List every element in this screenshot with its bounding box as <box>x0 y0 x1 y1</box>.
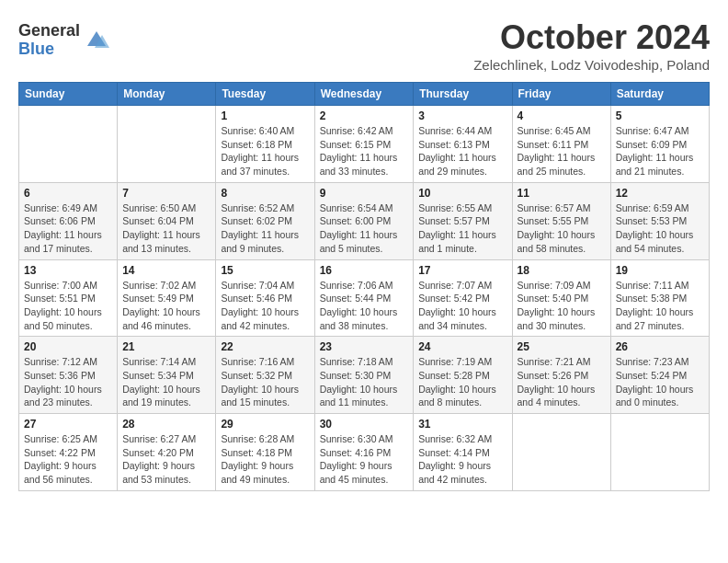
calendar-cell: 25Sunrise: 7:21 AM Sunset: 5:26 PM Dayli… <box>512 337 610 414</box>
location: Zelechlinek, Lodz Voivodeship, Poland <box>473 57 710 73</box>
day-info: Sunrise: 7:14 AM Sunset: 5:34 PM Dayligh… <box>122 355 210 409</box>
weekday-header: Tuesday <box>216 83 314 106</box>
day-info: Sunrise: 6:28 AM Sunset: 4:18 PM Dayligh… <box>221 432 309 487</box>
calendar-cell: 4Sunrise: 6:45 AM Sunset: 6:11 PM Daylig… <box>512 106 610 183</box>
calendar-cell: 5Sunrise: 6:47 AM Sunset: 6:09 PM Daylig… <box>610 106 709 183</box>
day-number: 2 <box>320 109 409 122</box>
day-info: Sunrise: 6:32 AM Sunset: 4:14 PM Dayligh… <box>418 432 506 487</box>
day-number: 7 <box>122 187 210 200</box>
calendar-cell: 17Sunrise: 7:07 AM Sunset: 5:42 PM Dayli… <box>414 259 512 337</box>
calendar-cell: 7Sunrise: 6:50 AM Sunset: 6:04 PM Daylig… <box>118 182 216 259</box>
day-number: 3 <box>418 109 506 122</box>
day-number: 19 <box>616 264 704 277</box>
day-number: 22 <box>221 340 309 353</box>
calendar-cell: 12Sunrise: 6:59 AM Sunset: 5:53 PM Dayli… <box>610 182 709 259</box>
weekday-header: Thursday <box>414 83 512 106</box>
calendar-week-row: 27Sunrise: 6:25 AM Sunset: 4:22 PM Dayli… <box>19 414 710 491</box>
day-info: Sunrise: 7:09 AM Sunset: 5:40 PM Dayligh… <box>518 279 606 333</box>
calendar-cell <box>512 414 610 491</box>
calendar-cell: 23Sunrise: 7:18 AM Sunset: 5:30 PM Dayli… <box>314 337 414 414</box>
calendar-cell: 1Sunrise: 6:40 AM Sunset: 6:18 PM Daylig… <box>216 106 314 183</box>
day-number: 21 <box>122 340 210 353</box>
day-info: Sunrise: 7:07 AM Sunset: 5:42 PM Dayligh… <box>418 279 506 333</box>
day-info: Sunrise: 7:23 AM Sunset: 5:24 PM Dayligh… <box>616 355 704 409</box>
day-number: 25 <box>518 340 606 353</box>
day-info: Sunrise: 6:55 AM Sunset: 5:57 PM Dayligh… <box>418 201 506 256</box>
day-info: Sunrise: 6:59 AM Sunset: 5:53 PM Dayligh… <box>616 201 704 256</box>
calendar-week-row: 20Sunrise: 7:12 AM Sunset: 5:36 PM Dayli… <box>19 337 710 414</box>
day-number: 14 <box>122 264 210 277</box>
calendar-cell: 6Sunrise: 6:49 AM Sunset: 6:06 PM Daylig… <box>19 182 118 259</box>
day-info: Sunrise: 6:47 AM Sunset: 6:09 PM Dayligh… <box>616 124 704 178</box>
page-header: General Blue October 2024 Zelechlinek, L… <box>18 18 710 73</box>
day-info: Sunrise: 6:54 AM Sunset: 6:00 PM Dayligh… <box>320 201 409 256</box>
day-number: 8 <box>221 187 309 200</box>
weekday-header: Sunday <box>19 83 118 106</box>
calendar-cell: 21Sunrise: 7:14 AM Sunset: 5:34 PM Dayli… <box>118 337 216 414</box>
weekday-header: Friday <box>512 83 610 106</box>
day-number: 30 <box>320 418 409 431</box>
calendar-cell <box>19 106 118 183</box>
weekday-header: Monday <box>118 83 216 106</box>
day-info: Sunrise: 6:42 AM Sunset: 6:15 PM Dayligh… <box>320 124 409 178</box>
day-info: Sunrise: 6:27 AM Sunset: 4:20 PM Dayligh… <box>122 432 210 487</box>
calendar-cell: 18Sunrise: 7:09 AM Sunset: 5:40 PM Dayli… <box>512 259 610 337</box>
calendar-cell <box>610 414 709 491</box>
day-info: Sunrise: 7:02 AM Sunset: 5:49 PM Dayligh… <box>122 279 210 333</box>
day-info: Sunrise: 6:30 AM Sunset: 4:16 PM Dayligh… <box>320 432 409 487</box>
day-number: 28 <box>122 418 210 431</box>
weekday-header: Wednesday <box>314 83 414 106</box>
calendar-cell: 30Sunrise: 6:30 AM Sunset: 4:16 PM Dayli… <box>314 414 414 491</box>
logo: General Blue <box>18 22 109 59</box>
weekday-header-row: SundayMondayTuesdayWednesdayThursdayFrid… <box>19 83 710 106</box>
calendar-cell: 31Sunrise: 6:32 AM Sunset: 4:14 PM Dayli… <box>414 414 512 491</box>
calendar-cell: 29Sunrise: 6:28 AM Sunset: 4:18 PM Dayli… <box>216 414 314 491</box>
day-number: 13 <box>24 264 112 277</box>
day-number: 15 <box>221 264 309 277</box>
day-number: 10 <box>418 187 506 200</box>
calendar-cell: 24Sunrise: 7:19 AM Sunset: 5:28 PM Dayli… <box>414 337 512 414</box>
calendar-cell: 8Sunrise: 6:52 AM Sunset: 6:02 PM Daylig… <box>216 182 314 259</box>
day-info: Sunrise: 6:52 AM Sunset: 6:02 PM Dayligh… <box>221 201 309 256</box>
calendar-cell: 28Sunrise: 6:27 AM Sunset: 4:20 PM Dayli… <box>118 414 216 491</box>
day-number: 16 <box>320 264 409 277</box>
day-info: Sunrise: 7:19 AM Sunset: 5:28 PM Dayligh… <box>418 355 506 409</box>
day-info: Sunrise: 7:12 AM Sunset: 5:36 PM Dayligh… <box>24 355 112 409</box>
day-number: 17 <box>418 264 506 277</box>
calendar-cell: 15Sunrise: 7:04 AM Sunset: 5:46 PM Dayli… <box>216 259 314 337</box>
calendar-cell: 3Sunrise: 6:44 AM Sunset: 6:13 PM Daylig… <box>414 106 512 183</box>
calendar-cell: 9Sunrise: 6:54 AM Sunset: 6:00 PM Daylig… <box>314 182 414 259</box>
calendar-cell: 16Sunrise: 7:06 AM Sunset: 5:44 PM Dayli… <box>314 259 414 337</box>
day-number: 4 <box>518 109 606 122</box>
day-number: 1 <box>221 109 309 122</box>
day-info: Sunrise: 6:40 AM Sunset: 6:18 PM Dayligh… <box>221 124 309 178</box>
calendar-cell: 11Sunrise: 6:57 AM Sunset: 5:55 PM Dayli… <box>512 182 610 259</box>
day-info: Sunrise: 6:49 AM Sunset: 6:06 PM Dayligh… <box>24 201 112 256</box>
day-info: Sunrise: 7:18 AM Sunset: 5:30 PM Dayligh… <box>320 355 409 409</box>
day-info: Sunrise: 7:16 AM Sunset: 5:32 PM Dayligh… <box>221 355 309 409</box>
weekday-header: Saturday <box>610 83 709 106</box>
calendar-cell: 22Sunrise: 7:16 AM Sunset: 5:32 PM Dayli… <box>216 337 314 414</box>
day-number: 29 <box>221 418 309 431</box>
day-number: 12 <box>616 187 704 200</box>
calendar-week-row: 1Sunrise: 6:40 AM Sunset: 6:18 PM Daylig… <box>19 106 710 183</box>
day-info: Sunrise: 7:11 AM Sunset: 5:38 PM Dayligh… <box>616 279 704 333</box>
calendar-cell: 14Sunrise: 7:02 AM Sunset: 5:49 PM Dayli… <box>118 259 216 337</box>
day-number: 9 <box>320 187 409 200</box>
day-info: Sunrise: 6:25 AM Sunset: 4:22 PM Dayligh… <box>24 432 112 487</box>
month-title: October 2024 <box>473 18 710 57</box>
calendar-table: SundayMondayTuesdayWednesdayThursdayFrid… <box>18 82 710 491</box>
calendar-cell: 19Sunrise: 7:11 AM Sunset: 5:38 PM Dayli… <box>610 259 709 337</box>
day-info: Sunrise: 7:00 AM Sunset: 5:51 PM Dayligh… <box>24 279 112 333</box>
title-block: October 2024 Zelechlinek, Lodz Voivodesh… <box>473 18 710 73</box>
calendar-cell <box>118 106 216 183</box>
calendar-week-row: 6Sunrise: 6:49 AM Sunset: 6:06 PM Daylig… <box>19 182 710 259</box>
day-info: Sunrise: 7:06 AM Sunset: 5:44 PM Dayligh… <box>320 279 409 333</box>
calendar-cell: 2Sunrise: 6:42 AM Sunset: 6:15 PM Daylig… <box>314 106 414 183</box>
day-info: Sunrise: 7:04 AM Sunset: 5:46 PM Dayligh… <box>221 279 309 333</box>
calendar-cell: 27Sunrise: 6:25 AM Sunset: 4:22 PM Dayli… <box>19 414 118 491</box>
day-number: 18 <box>518 264 606 277</box>
day-number: 20 <box>24 340 112 353</box>
day-info: Sunrise: 6:45 AM Sunset: 6:11 PM Dayligh… <box>518 124 606 178</box>
day-number: 24 <box>418 340 506 353</box>
